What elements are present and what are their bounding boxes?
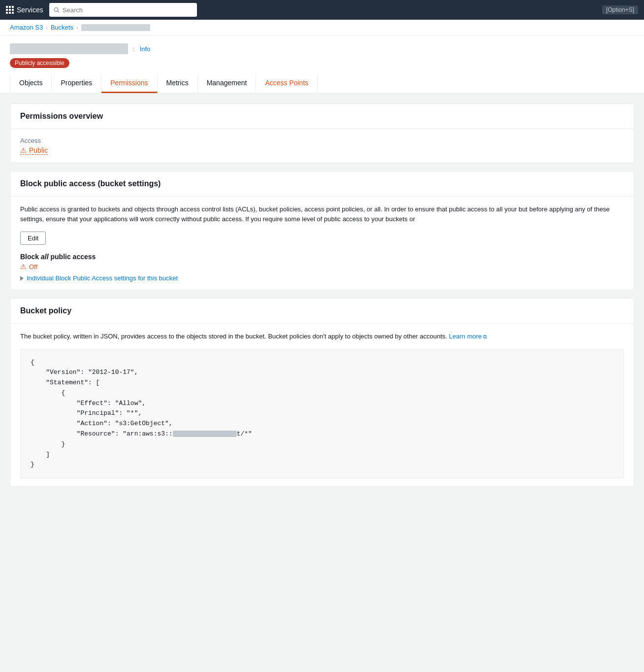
- bucket-policy-title: Bucket policy: [20, 306, 624, 315]
- policy-line-7: "Action": "s3:GetObject",: [31, 419, 613, 429]
- block-public-access-card: Block public access (bucket settings) Pu…: [10, 171, 634, 290]
- permissions-overview-body: Access ⚠ Public: [10, 129, 634, 163]
- block-all-off-status: ⚠ Off: [20, 263, 624, 270]
- triangle-right-icon: [20, 276, 24, 281]
- warning-icon-block: ⚠: [20, 263, 27, 270]
- policy-line-8: "Resource": "arn:aws:s3::t/*": [31, 429, 613, 439]
- block-public-description: Public access is granted to buckets and …: [20, 204, 624, 224]
- search-input[interactable]: [63, 6, 193, 14]
- title-separator: :: [133, 45, 135, 53]
- permissions-overview-title: Permissions overview: [20, 112, 624, 121]
- bucket-policy-description: The bucket policy, written in JSON, prov…: [20, 332, 624, 341]
- chevron-icon-2: ›: [76, 25, 78, 31]
- bucket-title-redacted: [10, 43, 128, 54]
- search-bar[interactable]: [49, 3, 197, 17]
- block-public-access-title: Block public access (bucket settings): [20, 179, 624, 188]
- off-label: Off: [29, 263, 37, 270]
- bucket-policy-body: The bucket policy, written in JSON, prov…: [10, 324, 634, 486]
- main-content: Permissions overview Access ⚠ Public Blo…: [0, 94, 644, 497]
- resource-arn-redacted: [173, 431, 237, 437]
- breadcrumb-buckets[interactable]: Buckets: [51, 24, 73, 31]
- permissions-overview-header: Permissions overview: [10, 104, 634, 129]
- chevron-icon: ›: [46, 25, 48, 31]
- policy-line-10: ]: [31, 450, 613, 460]
- external-link-icon: ⧉: [483, 333, 487, 341]
- policy-line-5: "Effect": "Allow",: [31, 399, 613, 409]
- policy-line-6: "Principal": "*",: [31, 408, 613, 419]
- top-nav: Services [Option+S]: [0, 0, 644, 20]
- breadcrumb-s3[interactable]: Amazon S3: [10, 24, 43, 31]
- tab-access-points[interactable]: Access Points: [256, 74, 318, 93]
- publicly-accessible-badge: Publicly accessible: [10, 58, 634, 74]
- bucket-policy-header: Bucket policy: [10, 299, 634, 324]
- bucket-title-row: : Info: [10, 43, 634, 54]
- tab-management[interactable]: Management: [198, 74, 257, 93]
- access-label: Access: [20, 137, 624, 144]
- search-icon: [53, 6, 60, 13]
- policy-code-box: { "Version": "2012-10-17", "Statement": …: [20, 349, 624, 479]
- tab-properties[interactable]: Properties: [52, 74, 101, 93]
- grid-icon: [6, 6, 14, 14]
- services-menu[interactable]: Services: [6, 6, 43, 14]
- individual-settings-toggle[interactable]: Individual Block Public Access settings …: [20, 274, 624, 282]
- public-access-link[interactable]: ⚠ Public: [20, 146, 48, 155]
- policy-line-11: }: [31, 460, 613, 470]
- individual-settings-label: Individual Block Public Access settings …: [27, 274, 178, 282]
- svg-point-0: [54, 8, 58, 12]
- tab-metrics[interactable]: Metrics: [158, 74, 198, 93]
- svg-line-1: [58, 11, 59, 12]
- policy-line-4: {: [31, 388, 613, 399]
- tab-objects[interactable]: Objects: [10, 74, 52, 93]
- permissions-overview-card: Permissions overview Access ⚠ Public: [10, 103, 634, 163]
- edit-button[interactable]: Edit: [20, 232, 46, 245]
- shortcut-badge: [Option+S]: [602, 5, 638, 14]
- learn-more-link[interactable]: Learn more ⧉: [449, 332, 487, 341]
- public-access-value: Public: [29, 146, 48, 154]
- warning-triangle-icon: ⚠: [20, 146, 27, 154]
- breadcrumb: Amazon S3 › Buckets ›: [0, 20, 644, 35]
- tabs-container: Objects Properties Permissions Metrics M…: [10, 74, 634, 93]
- services-label: Services: [17, 6, 43, 14]
- block-public-access-body: Public access is granted to buckets and …: [10, 197, 634, 290]
- bucket-name-redacted: [81, 24, 150, 31]
- block-public-access-header: Block public access (bucket settings): [10, 171, 634, 197]
- tab-permissions[interactable]: Permissions: [101, 74, 157, 93]
- bucket-policy-card: Bucket policy The bucket policy, written…: [10, 298, 634, 487]
- policy-line-9: }: [31, 439, 613, 450]
- policy-line-2: "Version": "2012-10-17",: [31, 368, 613, 378]
- policy-line-1: {: [31, 358, 613, 368]
- policy-line-3: "Statement": [: [31, 378, 613, 388]
- block-all-label: Block all public access: [20, 253, 624, 261]
- info-link[interactable]: Info: [140, 45, 151, 53]
- bucket-header: : Info Publicly accessible Objects Prope…: [0, 35, 644, 94]
